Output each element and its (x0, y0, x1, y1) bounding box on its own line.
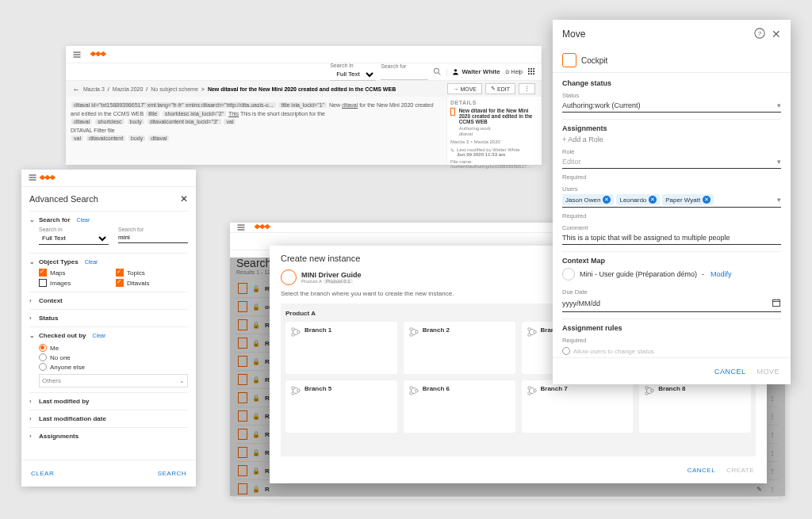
chevron-down-icon: ⌄ (29, 332, 36, 339)
rule-allow-change[interactable]: Allow users to change status (562, 347, 781, 355)
users-field[interactable]: Jason Owen✕Leonardo✕Paper Wyatt✕▾ (562, 193, 781, 208)
svg-point-45 (651, 389, 654, 392)
svg-point-22 (292, 328, 295, 331)
svg-point-25 (410, 328, 413, 331)
branch-card[interactable]: Branch 5 (285, 380, 397, 433)
create-button[interactable]: CREATE (726, 467, 754, 474)
editor-top-toolbar (66, 46, 542, 63)
branch-icon (527, 326, 538, 338)
branch-card[interactable]: Branch 1 (285, 322, 397, 374)
checkbox-maps[interactable]: Maps (39, 269, 111, 277)
svg-point-8 (528, 73, 530, 74)
search-button[interactable]: SEARCH (158, 470, 186, 477)
section-search-for[interactable]: ⌄ Search for Clear (29, 216, 188, 223)
panel-footer: CLEAR SEARCH (21, 460, 196, 487)
clear-link[interactable]: Clear (77, 217, 90, 223)
status-select[interactable]: Authoring:work (Current)▾ (562, 99, 781, 113)
section-last-modified-by[interactable]: › Last modified by (29, 398, 188, 405)
branch-card[interactable]: Branch 8 (639, 380, 751, 433)
svg-point-44 (645, 392, 649, 395)
checkbox-topics[interactable]: Topics (116, 269, 188, 277)
comment-input[interactable]: This is a topic that will be assigned to… (562, 231, 781, 245)
menu-icon[interactable] (236, 223, 246, 232)
remove-icon[interactable]: ✕ (703, 196, 710, 204)
search-for-label: Search for (381, 63, 428, 69)
crumb-2[interactable]: Mazda 2020 (113, 86, 144, 92)
svg-point-35 (292, 392, 295, 395)
editor-content[interactable]: ditaval id="txt158893986517" xml:lang="f… (66, 97, 446, 165)
modify-link[interactable]: Modify (710, 270, 732, 278)
section-status[interactable]: › Status (29, 315, 188, 322)
radio-icon (562, 347, 570, 355)
logo-icon (88, 50, 104, 59)
svg-point-28 (527, 328, 530, 331)
branch-card[interactable]: Branch 6 (404, 380, 515, 433)
search-for-input[interactable] (118, 232, 188, 243)
move-button[interactable]: MOVE (756, 368, 779, 376)
branch-card[interactable]: Branch 2 (404, 322, 515, 374)
search-icon[interactable] (433, 67, 441, 77)
filter-file-text: DITAVAL Filter file (71, 127, 442, 135)
branch-icon (644, 385, 655, 396)
svg-point-26 (410, 334, 413, 337)
close-icon[interactable]: ✕ (180, 193, 188, 204)
clear-link[interactable]: Clear (85, 259, 98, 265)
checkbox-images[interactable]: Images (39, 279, 111, 287)
remove-icon[interactable]: ✕ (649, 196, 657, 204)
section-assignments[interactable]: › Assignments (29, 433, 188, 440)
role-select[interactable]: Editor▾ (562, 155, 781, 169)
svg-point-41 (527, 392, 530, 395)
add-role-button[interactable]: + Add a Role (562, 132, 781, 143)
user-chip[interactable]: Jason Owen✕ (562, 194, 614, 205)
move-dialog: Move ? ✕ Cockpit Change status Status Au… (553, 20, 791, 384)
help-link[interactable]: ⊙ Help (505, 69, 523, 75)
svg-point-29 (527, 334, 530, 337)
search-in-select[interactable]: Full Text (330, 68, 376, 81)
edit-button[interactable]: ✎ EDIT (485, 83, 515, 94)
user-menu[interactable]: Walter White (452, 68, 500, 75)
svg-point-27 (416, 330, 419, 334)
apps-icon[interactable] (527, 67, 535, 77)
section-checked-out[interactable]: ⌄ Checked out by Clear (29, 332, 188, 339)
back-icon[interactable]: ← (72, 85, 80, 93)
radio-me[interactable]: Me (39, 344, 188, 352)
branch-icon (290, 385, 301, 396)
xml-tag: ditaval id="txt158893986517" xml:lang="f… (71, 102, 276, 108)
clear-button[interactable]: CLEAR (31, 470, 54, 477)
crumb-3[interactable]: No subject scheme (151, 86, 198, 92)
crumb-1[interactable]: Mazda 3 (83, 86, 105, 92)
chevron-right-icon: › (29, 297, 36, 304)
branch-card[interactable]: Branch 7 (522, 380, 634, 433)
pencil-icon: ✎ (450, 147, 454, 157)
clear-link[interactable]: Clear (93, 333, 106, 338)
due-date-input[interactable]: yyyy/MM/dd (562, 296, 781, 312)
cancel-button[interactable]: CANCEL (688, 467, 715, 474)
more-button[interactable]: ⋮ (519, 83, 535, 94)
editor-body: ditaval id="txt158893986517" xml:lang="f… (66, 97, 542, 165)
cancel-button[interactable]: CANCEL (714, 368, 746, 376)
search-in-select[interactable]: Full Text (39, 232, 109, 245)
menu-icon[interactable] (28, 173, 37, 184)
user-chip[interactable]: Leonardo✕ (616, 194, 660, 205)
radio-no-one[interactable]: No one (39, 353, 188, 361)
user-chip[interactable]: Paper Wyatt✕ (662, 194, 714, 205)
svg-point-5 (528, 71, 530, 72)
move-button[interactable]: → MOVE (447, 83, 482, 94)
others-select[interactable]: Others⌄ (39, 374, 188, 387)
section-object-types[interactable]: ⌄ Object Types Clear (29, 258, 188, 265)
help-icon[interactable]: ? (754, 28, 765, 41)
checkbox-ditavals[interactable]: Ditavals (116, 279, 188, 287)
radio-icon (39, 353, 47, 361)
remove-icon[interactable]: ✕ (603, 196, 611, 204)
section-context[interactable]: › Context (29, 297, 188, 304)
radio-anyone-else[interactable]: Anyone else (39, 363, 188, 371)
section-last-modification-date[interactable]: › Last modification date (29, 415, 188, 422)
menu-icon[interactable] (72, 50, 82, 59)
chevron-down-icon[interactable]: ▾ (777, 196, 781, 204)
svg-point-40 (527, 387, 530, 390)
close-icon[interactable]: ✕ (772, 28, 781, 41)
svg-point-3 (530, 67, 532, 69)
search-for-input[interactable] (381, 69, 428, 80)
doc-header: Cockpit (553, 48, 791, 73)
calendar-icon[interactable] (772, 298, 781, 309)
